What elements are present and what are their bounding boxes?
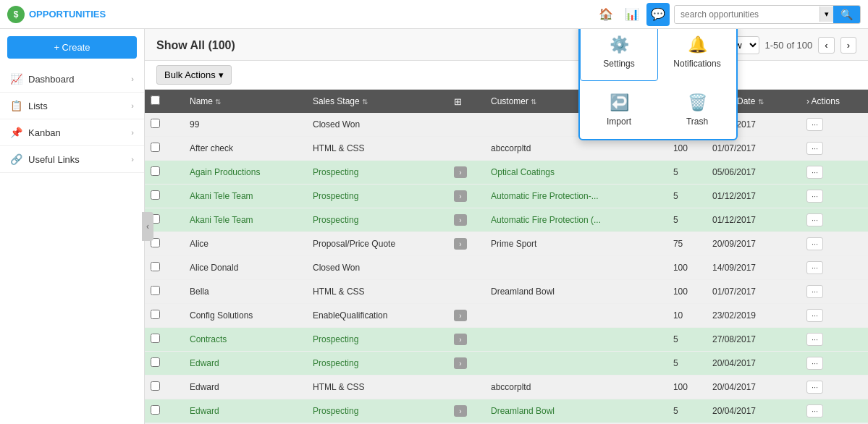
sidebar-item-useful-links[interactable]: 🔗 Useful Links › [0, 146, 144, 173]
menu-button[interactable]: 💬 [646, 3, 670, 26]
settings-popup-label: Settings [603, 59, 634, 69]
bulk-actions-button[interactable]: Bulk Actions ▾ [156, 65, 232, 85]
row-actions-button[interactable]: ··· [806, 285, 823, 298]
search-dropdown-button[interactable]: ▾ [819, 7, 833, 22]
row-actions: ··· [801, 256, 868, 280]
sidebar-collapse-handle[interactable]: ‹ [142, 212, 153, 241]
row-nav [167, 256, 184, 280]
row-select-checkbox[interactable] [151, 334, 160, 343]
row-name[interactable]: Edward [184, 399, 307, 423]
row-select-checkbox[interactable] [151, 357, 160, 367]
row-customer[interactable]: Prime Sport [485, 232, 667, 256]
row-arrow-cell: › [448, 185, 485, 208]
filter-icon[interactable]: ⊞ [454, 96, 462, 107]
row-close-date: 01/12/2017 [707, 208, 801, 232]
row-nav [167, 280, 184, 304]
row-actions-button[interactable]: ··· [806, 237, 823, 250]
row-name[interactable]: Akani Tele Team [184, 185, 307, 208]
row-name: Alice [184, 232, 307, 256]
row-name[interactable]: Edward [184, 352, 307, 376]
row-customer[interactable]: abccorpltd [485, 376, 667, 399]
home-button[interactable]: 🏠 [594, 3, 618, 26]
row-actions-button[interactable]: ··· [806, 333, 823, 346]
row-select-checkbox[interactable] [151, 190, 160, 200]
row-select-checkbox[interactable] [151, 143, 160, 152]
row-name[interactable]: Contracts [184, 328, 307, 352]
content-header: Show All (100) display Overview 1-50 of … [145, 29, 868, 61]
col-name: Name ⇅ [184, 90, 307, 113]
row-stage: Prospecting [307, 161, 448, 185]
row-close-date: 20/04/2017 [707, 352, 801, 376]
row-actions-button[interactable]: ··· [806, 381, 823, 394]
row-customer[interactable]: Automatic Fire Protection-... [485, 185, 667, 208]
prev-page-button[interactable]: ‹ [818, 37, 834, 54]
useful-links-label: Useful Links [28, 154, 80, 165]
row-checkbox [145, 328, 167, 352]
row-actions-button[interactable]: ··· [806, 357, 823, 370]
search-input[interactable] [675, 7, 819, 22]
lists-label: Lists [28, 101, 48, 111]
dashboard-icon: 📈 [10, 73, 22, 85]
row-name[interactable]: Again Productions [184, 161, 307, 185]
date-sort-icon[interactable]: ⇅ [758, 98, 764, 106]
col-filter: ⊞ [448, 90, 485, 113]
sidebar-item-lists[interactable]: 📋 Lists › [0, 93, 144, 119]
chart-button[interactable]: 📊 [620, 3, 644, 26]
row-close-date: 01/07/2017 [707, 280, 801, 304]
row-actions-button[interactable]: ··· [806, 166, 823, 179]
row-customer[interactable]: Dreamland Bowl [485, 280, 667, 304]
lists-arrow: › [131, 101, 134, 110]
row-actions-button[interactable]: ··· [806, 142, 823, 155]
row-select-checkbox[interactable] [151, 119, 160, 128]
row-actions-button[interactable]: ··· [806, 309, 823, 322]
search-go-button[interactable]: 🔍 [833, 6, 860, 23]
row-arrow-cell: › [448, 208, 485, 232]
table-wrapper: Name ⇅ Sales Stage ⇅ ⊞ Customer ⇅ P Clos… [145, 90, 868, 424]
row-actions: ··· [801, 376, 868, 399]
logo-icon: $ [7, 6, 25, 23]
stage-sort-icon[interactable]: ⇅ [362, 98, 368, 106]
sidebar-item-kanban[interactable]: 📌 Kanban › [0, 119, 144, 146]
row-select-checkbox[interactable] [151, 310, 160, 319]
popup-item-import[interactable]: ↩️ Import [580, 81, 658, 139]
arrow-badge: › [454, 238, 467, 250]
customer-sort-icon[interactable]: ⇅ [531, 98, 536, 106]
import-popup-label: Import [607, 116, 631, 127]
row-customer[interactable]: Dreamland Bowl [485, 399, 667, 423]
col-checkbox [145, 90, 167, 113]
table-row: Contracts Prospecting › 5 27/08/2017 ··· [145, 328, 868, 352]
row-select-checkbox[interactable] [151, 405, 160, 415]
row-actions-button[interactable]: ··· [806, 261, 823, 274]
row-select-checkbox[interactable] [151, 286, 160, 295]
row-name[interactable]: Akani Tele Team [184, 208, 307, 232]
row-select-checkbox[interactable] [151, 381, 160, 391]
row-actions-button[interactable]: ··· [806, 404, 823, 417]
popup-item-settings[interactable]: ⚙️ Settings [580, 29, 658, 81]
row-probability: 5 [667, 399, 707, 423]
sidebar-item-dashboard[interactable]: 📈 Dashboard › [0, 66, 144, 93]
row-customer[interactable]: Optical Coatings [485, 161, 667, 185]
next-page-button[interactable]: › [840, 37, 856, 54]
popup-item-trash[interactable]: 🗑️ Trash [658, 81, 736, 139]
select-all-checkbox[interactable] [151, 96, 160, 105]
row-actions: ··· [801, 352, 868, 376]
row-stage: HTML & CSS [307, 280, 448, 304]
arrow-badge: › [454, 357, 467, 369]
row-actions-button[interactable]: ··· [806, 118, 823, 131]
name-sort-icon[interactable]: ⇅ [215, 98, 221, 106]
row-customer[interactable]: Automatic Fire Protection (... [485, 208, 667, 232]
nav-icon-group: 🏠 📊 💬 [594, 3, 670, 26]
row-nav [167, 185, 184, 208]
row-stage: HTML & CSS [307, 376, 448, 399]
row-select-checkbox[interactable] [151, 262, 160, 271]
row-select-checkbox[interactable] [151, 166, 160, 176]
row-actions-button[interactable]: ··· [806, 190, 823, 203]
table-row: Again Productions Prospecting › Optical … [145, 161, 868, 185]
create-button[interactable]: + Create [7, 36, 137, 59]
row-nav [167, 352, 184, 376]
row-stage: Proposal/Price Quote [307, 232, 448, 256]
row-actions-button[interactable]: ··· [806, 213, 823, 226]
arrow-badge: › [454, 190, 467, 202]
table-row: After check HTML & CSS abccorpltd 100 01… [145, 137, 868, 161]
popup-item-notifications[interactable]: 🔔 Notifications [658, 29, 736, 81]
